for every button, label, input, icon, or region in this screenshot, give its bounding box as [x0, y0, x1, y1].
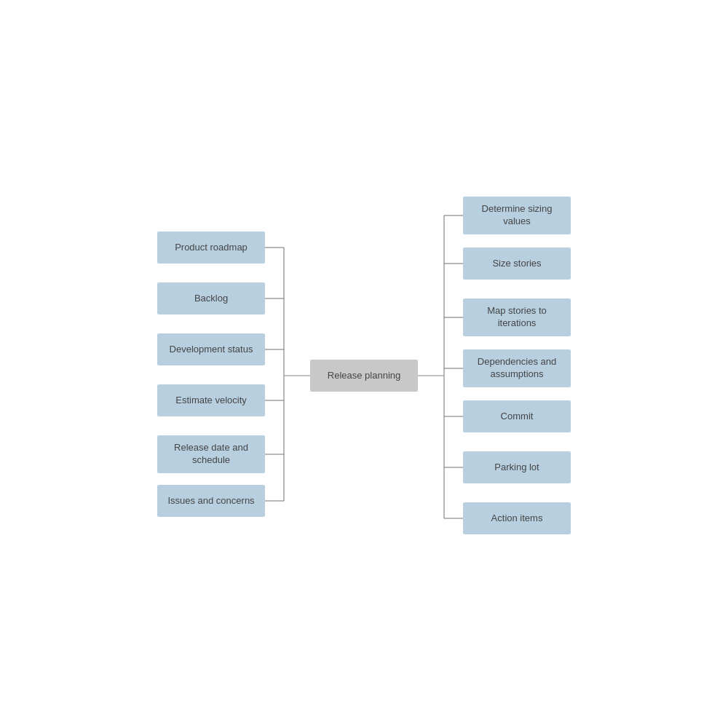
right-node-map-stories[interactable]: Map stories to iterations — [463, 298, 571, 336]
right-node-dependencies[interactable]: Dependencies and assumptions — [463, 349, 571, 387]
left-node-estimate-velocity[interactable]: Estimate velocity — [157, 384, 265, 416]
right-node-determine-sizing[interactable]: Determine sizing values — [463, 197, 571, 234]
left-node-release-date[interactable]: Release date and schedule — [157, 435, 265, 473]
left-node-development-status[interactable]: Development status — [157, 333, 265, 365]
diagram-container: Release planning Product roadmap Backlog… — [0, 0, 728, 728]
right-node-parking-lot[interactable]: Parking lot — [463, 451, 571, 483]
left-node-product-roadmap[interactable]: Product roadmap — [157, 232, 265, 264]
left-node-backlog[interactable]: Backlog — [157, 282, 265, 314]
right-node-size-stories[interactable]: Size stories — [463, 248, 571, 280]
right-node-commit[interactable]: Commit — [463, 400, 571, 432]
left-node-issues-concerns[interactable]: Issues and concerns — [157, 485, 265, 517]
right-node-action-items[interactable]: Action items — [463, 502, 571, 534]
center-node[interactable]: Release planning — [310, 360, 418, 392]
